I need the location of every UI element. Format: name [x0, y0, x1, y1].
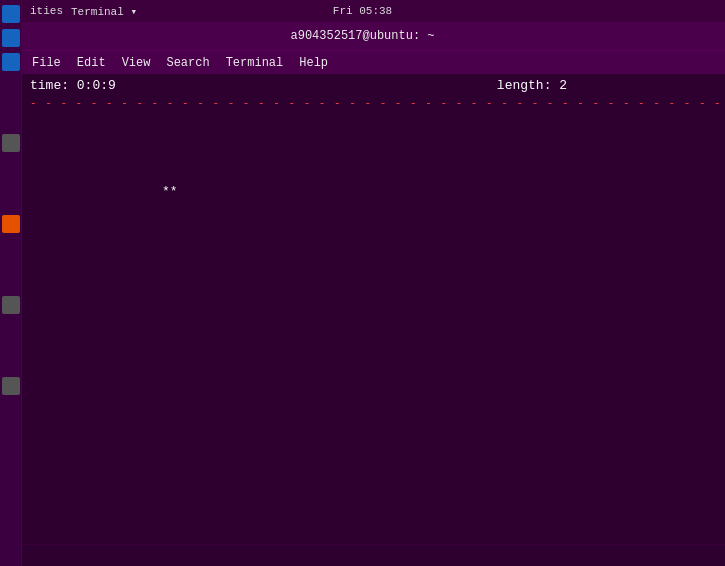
menu-search[interactable]: Search	[160, 54, 215, 72]
os-topbar-app1[interactable]: ities	[30, 5, 63, 17]
os-topbar-left: ities Terminal ▾	[30, 5, 137, 18]
menu-view[interactable]: View	[116, 54, 157, 72]
menubar: File Edit View Search Terminal Help	[22, 50, 725, 74]
terminal-area: ities Terminal ▾ Fri 05:38 🔒 🔊 ⚡ a904352…	[22, 0, 725, 566]
dashed-separator: - - - - - - - - - - - - - - - - - - - - …	[30, 97, 725, 109]
sidebar-icon-2[interactable]	[2, 29, 20, 47]
sidebar-icon-6[interactable]	[2, 296, 20, 314]
sidebar-icon-1[interactable]	[2, 5, 20, 23]
time-display: time: 0:0:9	[30, 78, 116, 93]
sidebar-icon-7[interactable]	[2, 377, 20, 395]
bottom-bar: https://blog.csdn.net/weixin_46522844	[22, 544, 725, 566]
menu-edit[interactable]: Edit	[71, 54, 112, 72]
status-line: time: 0:0:9 length: 2 level: 1	[30, 78, 725, 93]
sidebar-icon-5[interactable]	[2, 215, 20, 233]
os-topbar: ities Terminal ▾ Fri 05:38 🔒 🔊 ⚡	[22, 0, 725, 22]
window-titlebar: a904352517@ubuntu: ~ − □ ×	[22, 22, 725, 50]
menu-file[interactable]: File	[26, 54, 67, 72]
sidebar-icon-4[interactable]	[2, 134, 20, 152]
os-topbar-terminal[interactable]: Terminal ▾	[71, 5, 137, 18]
terminal-content[interactable]: time: 0:0:9 length: 2 level: 1 - - - - -…	[22, 74, 725, 544]
window-title: a904352517@ubuntu: ~	[290, 29, 434, 43]
os-topbar-clock: Fri 05:38	[333, 5, 392, 17]
menu-terminal[interactable]: Terminal	[220, 54, 290, 72]
sidebar	[0, 0, 22, 566]
length-display: length: 2	[497, 78, 567, 93]
snake-body: **	[162, 184, 178, 199]
sidebar-icon-3[interactable]	[2, 53, 20, 71]
menu-help[interactable]: Help	[293, 54, 334, 72]
